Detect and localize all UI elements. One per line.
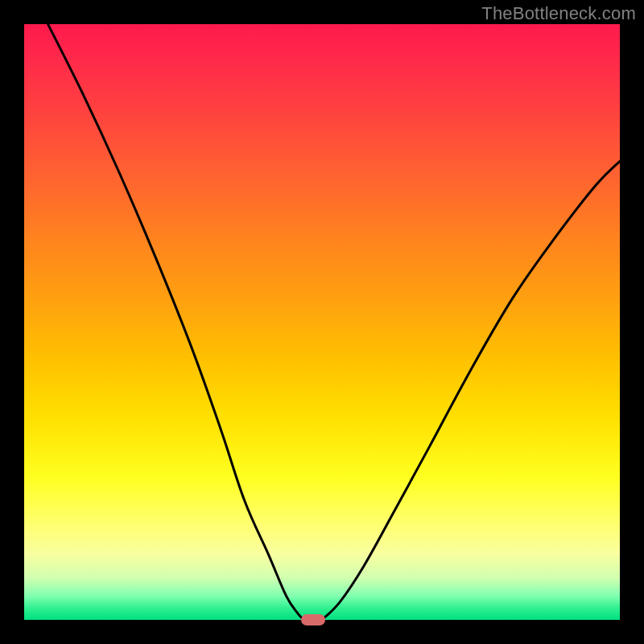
watermark-text: TheBottleneck.com <box>481 3 636 24</box>
curve-left <box>48 24 304 620</box>
plot-area <box>24 24 620 620</box>
min-marker <box>301 614 325 625</box>
curve-right <box>322 161 620 620</box>
frame: TheBottleneck.com <box>0 0 644 644</box>
curve-layer <box>24 24 620 620</box>
